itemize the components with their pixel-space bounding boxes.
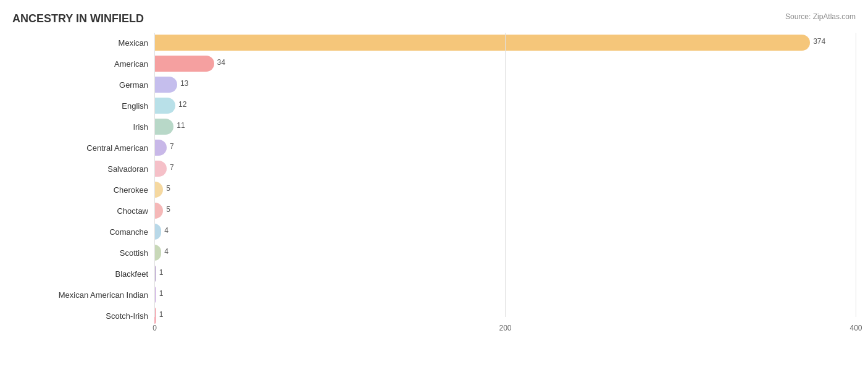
grid-lines: 0200400 xyxy=(154,33,856,317)
bar-label: Scotch-Irish xyxy=(12,311,154,321)
bar-label: Mexican xyxy=(12,38,154,48)
bar-label: English xyxy=(12,101,154,111)
chart-title: ANCESTRY IN WINFIELD xyxy=(12,12,856,25)
grid-line: 400 xyxy=(856,33,856,317)
source-label: Source: ZipAtlas.com xyxy=(785,12,856,21)
grid-line: 0 xyxy=(154,33,155,317)
bar-label: Comanche xyxy=(12,227,154,237)
grid-label: 400 xyxy=(849,324,862,332)
bar-label: Salvadoran xyxy=(12,164,154,174)
grid-line: 200 xyxy=(505,33,506,317)
bar-label: German xyxy=(12,80,154,90)
grid-label: 0 xyxy=(152,324,157,332)
bar-label: Cherokee xyxy=(12,185,154,195)
grid-label: 200 xyxy=(499,324,511,332)
bar-label: Choctaw xyxy=(12,206,154,216)
bar-label: Scottish xyxy=(12,248,154,258)
bar-label: Blackfeet xyxy=(12,269,154,279)
bar-label: Mexican American Indian xyxy=(12,290,154,300)
chart-container: ANCESTRY IN WINFIELD Source: ZipAtlas.co… xyxy=(0,0,868,375)
bar-label: American xyxy=(12,59,154,69)
chart-area: Mexican374American34German13English12Iri… xyxy=(12,33,856,335)
bar-label: Irish xyxy=(12,122,154,132)
bar-label: Central American xyxy=(12,143,154,153)
